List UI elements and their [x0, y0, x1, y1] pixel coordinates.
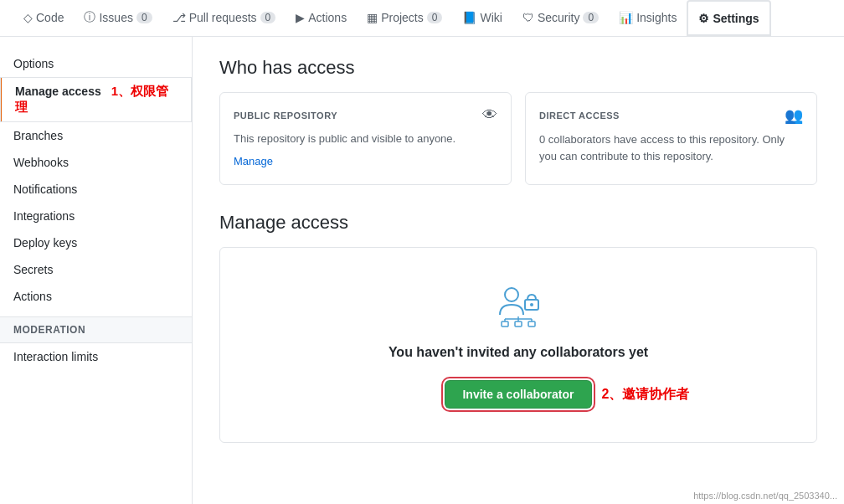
nav-projects[interactable]: ▦ Projects 0 [357, 0, 452, 36]
manage-access-section: You haven't invited any collaborators ye… [219, 247, 817, 443]
svg-rect-4 [502, 321, 508, 327]
sidebar-secrets[interactable]: Secrets [0, 256, 192, 283]
main-content: Who has access PUBLIC REPOSITORY 👁 This … [193, 37, 844, 504]
public-repo-label: PUBLIC REPOSITORY [234, 111, 337, 121]
sidebar-actions[interactable]: Actions [0, 283, 192, 310]
manage-access-title: Manage access [219, 212, 817, 234]
wiki-icon: 📘 [462, 11, 476, 24]
public-repo-card-header: PUBLIC REPOSITORY 👁 [234, 106, 497, 124]
sidebar-notifications[interactable]: Notifications [0, 176, 192, 203]
public-repo-desc: This repository is public and visible to… [234, 131, 497, 147]
projects-icon: ▦ [367, 11, 378, 24]
issues-icon: ⓘ [84, 10, 95, 25]
actions-icon: ▶ [296, 11, 305, 24]
nav-wiki[interactable]: 📘 Wiki [452, 0, 512, 36]
no-collaborators-text: You haven't invited any collaborators ye… [240, 345, 796, 360]
security-icon: 🛡 [522, 11, 534, 24]
page-layout: Options Manage access 1、权限管理 Branches We… [0, 37, 844, 504]
pr-icon: ⎇ [172, 11, 186, 24]
sidebar-webhooks[interactable]: Webhooks [0, 149, 192, 176]
sidebar-integrations[interactable]: Integrations [0, 203, 192, 229]
nav-code[interactable]: ◇ Code [13, 0, 74, 36]
direct-access-label: DIRECT ACCESS [539, 111, 620, 121]
collaborator-icon [493, 281, 543, 332]
settings-icon: ⚙ [698, 12, 709, 25]
sidebar-deploy-keys[interactable]: Deploy keys [0, 229, 192, 256]
sidebar-branches[interactable]: Branches [0, 122, 192, 149]
sidebar-interaction-limits[interactable]: Interaction limits [0, 343, 192, 370]
code-icon: ◇ [23, 11, 33, 24]
nav-issues[interactable]: ⓘ Issues 0 [74, 0, 162, 36]
svg-point-0 [505, 288, 518, 301]
nav-actions[interactable]: ▶ Actions [286, 0, 357, 36]
public-repo-card: PUBLIC REPOSITORY 👁 This repository is p… [219, 92, 512, 185]
eye-icon: 👁 [482, 106, 497, 124]
svg-rect-3 [515, 321, 522, 327]
collaborators-icon: 👥 [785, 106, 803, 125]
nav-security[interactable]: 🛡 Security 0 [512, 0, 609, 36]
sidebar-manage-access[interactable]: Manage access 1、权限管理 [0, 77, 192, 122]
annotation-2: 2、邀请协作者 [602, 386, 690, 404]
top-navigation: ◇ Code ⓘ Issues 0 ⎇ Pull requests 0 ▶ Ac… [0, 0, 844, 37]
svg-point-2 [530, 303, 533, 306]
direct-access-desc: 0 collaborators have access to this repo… [539, 131, 803, 164]
direct-access-card-header: DIRECT ACCESS 👥 [539, 106, 803, 125]
sidebar-options[interactable]: Options [0, 50, 192, 77]
direct-access-card: DIRECT ACCESS 👥 0 collaborators have acc… [525, 92, 817, 185]
access-cards: PUBLIC REPOSITORY 👁 This repository is p… [219, 92, 817, 185]
watermark: https://blog.csdn.net/qq_2503340... [693, 491, 837, 501]
nav-insights[interactable]: 📊 Insights [609, 0, 687, 36]
invite-collaborator-button[interactable]: Invite a collaborator [445, 380, 591, 409]
manage-link[interactable]: Manage [234, 155, 273, 167]
who-has-access-title: Who has access [219, 57, 817, 79]
svg-rect-5 [528, 321, 535, 327]
nav-settings[interactable]: ⚙ Settings [687, 0, 770, 36]
sidebar-section-moderation: Moderation [0, 316, 192, 343]
insights-icon: 📊 [619, 11, 633, 24]
sidebar: Options Manage access 1、权限管理 Branches We… [0, 37, 193, 504]
nav-pullrequests[interactable]: ⎇ Pull requests 0 [162, 0, 286, 36]
